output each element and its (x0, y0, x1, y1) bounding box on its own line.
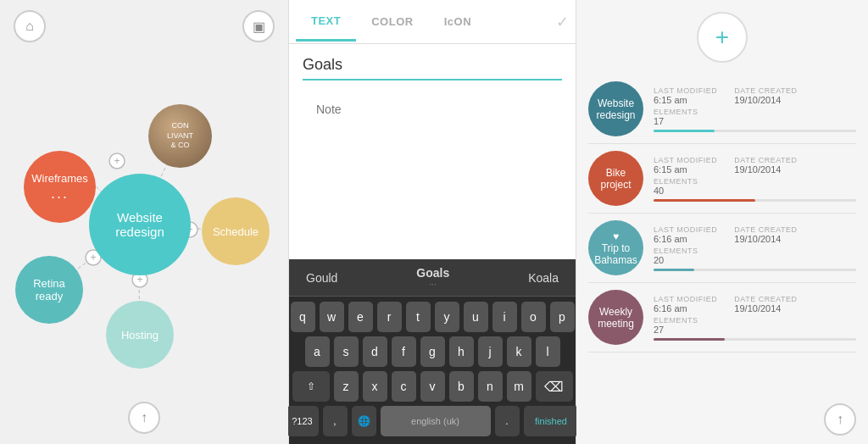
check-button[interactable]: ✓ (556, 13, 569, 31)
key-q[interactable]: q (291, 302, 315, 332)
tab-bar: TEXT COLOR IcON ✓ (289, 0, 576, 44)
key-b[interactable]: b (449, 371, 474, 402)
text-editor-panel: TEXT COLOR IcON ✓ Gould Goals ··· Koala … (288, 0, 576, 444)
date-created-label: DATE CREATED (734, 86, 797, 95)
note-textarea[interactable] (316, 92, 576, 211)
suggestion-koala[interactable]: Koala (528, 271, 559, 285)
key-globe[interactable]: 🌐 (352, 406, 376, 436)
key-c[interactable]: c (392, 371, 416, 402)
date-created-value: 19/10/2014 (734, 164, 797, 175)
last-modified-label: LAST MODIFIED (654, 295, 717, 303)
list-bubble-label: Bikeproject (600, 167, 631, 191)
list-bubble-trip: ♥ Trip toBahamas (588, 220, 643, 275)
svg-text:+: + (114, 155, 120, 167)
key-k[interactable]: k (507, 336, 531, 367)
elements-label: ELEMENTS (654, 177, 856, 186)
key-t[interactable]: t (406, 302, 431, 332)
date-created-group: DATE CREATED 19/10/2014 (734, 156, 797, 175)
key-v[interactable]: v (420, 371, 445, 402)
progress-fill (654, 199, 755, 202)
last-modified-group: LAST MODIFIED 6:16 am (654, 295, 717, 314)
svg-text:+: + (136, 274, 142, 286)
title-input[interactable] (303, 56, 562, 80)
elements-value: 17 (654, 116, 856, 126)
date-created-group: DATE CREATED 19/10/2014 (734, 225, 797, 244)
last-modified-value: 6:16 am (654, 303, 717, 314)
key-j[interactable]: j (478, 336, 503, 367)
key-delete[interactable]: ⌫ (536, 371, 573, 402)
key-h[interactable]: h (449, 336, 474, 367)
list-bubble-weekly: Weeklymeeting (588, 290, 643, 345)
progress-bar (654, 130, 856, 132)
list-panel: + Websiteredesign LAST MODIFIED 6:15 am … (576, 0, 868, 444)
suggestion-goals[interactable]: Goals (416, 266, 449, 280)
last-modified-group: LAST MODIFIED 6:15 am (654, 86, 717, 105)
upload-button[interactable]: ↑ (824, 403, 856, 436)
keyboard-rows: q w e r t y u i o p a s d f g h j k (289, 297, 576, 444)
list-item[interactable]: Weeklymeeting LAST MODIFIED 6:16 am DATE… (588, 283, 856, 352)
last-modified-group: LAST MODIFIED 6:16 am (654, 225, 717, 244)
key-n[interactable]: n (478, 371, 503, 402)
date-created-group: DATE CREATED 19/10/2014 (734, 295, 797, 314)
monitor-button[interactable]: ▣ (242, 10, 275, 42)
key-m[interactable]: m (507, 371, 531, 402)
note-area[interactable] (289, 92, 576, 259)
key-s[interactable]: s (334, 336, 359, 367)
mindmap-area: + + + + Websiteredesign Wireframes ... R… (0, 42, 288, 393)
bubble-wireframes[interactable]: Wireframes ... (24, 151, 96, 223)
key-i[interactable]: i (492, 302, 517, 332)
progress-bar (654, 269, 856, 271)
key-num[interactable]: ?123 (287, 406, 319, 436)
meta-row: LAST MODIFIED 6:15 am DATE CREATED 19/10… (654, 156, 856, 175)
upload-icon: ↑ (141, 410, 147, 425)
tab-text[interactable]: TEXT (296, 3, 356, 42)
bubble-con-livant[interactable]: CONLIVANT& CO (148, 104, 212, 168)
meta-row: LAST MODIFIED 6:16 am DATE CREATED 19/10… (654, 295, 856, 314)
key-x[interactable]: x (363, 371, 387, 402)
list-bubble-label: Trip toBahamas (594, 242, 637, 266)
bubble-schedule[interactable]: Schedule (202, 197, 270, 265)
key-w[interactable]: w (320, 302, 344, 332)
list-bubble-label: Weeklymeeting (598, 306, 634, 330)
elements-label: ELEMENTS (654, 108, 856, 116)
key-p[interactable]: p (550, 302, 575, 332)
key-f[interactable]: f (392, 336, 416, 367)
list-meta-bike: LAST MODIFIED 6:15 am DATE CREATED 19/10… (654, 156, 856, 202)
list-item[interactable]: Websiteredesign LAST MODIFIED 6:15 am DA… (588, 75, 856, 144)
list-bubble-website: Websiteredesign (588, 81, 643, 136)
bubble-hosting[interactable]: Hosting (106, 301, 174, 369)
meta-row: LAST MODIFIED 6:15 am DATE CREATED 19/10… (654, 86, 856, 105)
list-bubble-label: Websiteredesign (596, 97, 635, 121)
key-shift[interactable]: ⇧ (292, 371, 330, 402)
bubble-website-redesign[interactable]: Websiteredesign (89, 174, 191, 275)
bubble-retina-ready[interactable]: Retinaready (15, 256, 83, 324)
upload-button[interactable]: ↑ (128, 402, 160, 434)
key-finished[interactable]: Finished (524, 406, 579, 436)
tab-color[interactable]: COLOR (356, 3, 428, 40)
list-item[interactable]: Bikeproject LAST MODIFIED 6:15 am DATE C… (588, 144, 856, 214)
key-r[interactable]: r (377, 302, 402, 332)
key-z[interactable]: z (334, 371, 359, 402)
list-item[interactable]: ♥ Trip toBahamas LAST MODIFIED 6:16 am D… (588, 214, 856, 283)
tab-icon[interactable]: IcON (429, 3, 487, 40)
date-created-label: DATE CREATED (734, 295, 797, 303)
key-l[interactable]: l (536, 336, 560, 367)
home-button[interactable]: ⌂ (14, 10, 46, 42)
key-e[interactable]: e (348, 302, 373, 332)
last-modified-value: 6:15 am (654, 95, 717, 105)
key-y[interactable]: y (435, 302, 459, 332)
mindmap-panel: ⌂ ▣ + + + + Websiteredesign (0, 0, 288, 444)
bubble-label: Wireframes (31, 172, 87, 185)
key-space[interactable]: English (UK) (381, 406, 491, 436)
date-created-group: DATE CREATED 19/10/2014 (734, 86, 797, 105)
suggestion-gould[interactable]: Gould (306, 271, 337, 285)
key-o[interactable]: o (521, 302, 546, 332)
key-d[interactable]: d (363, 336, 387, 367)
add-button[interactable]: + (697, 12, 748, 63)
key-a[interactable]: a (305, 336, 330, 367)
key-g[interactable]: g (420, 336, 445, 367)
key-comma[interactable]: , (323, 406, 348, 436)
progress-bar (654, 199, 856, 202)
key-period[interactable]: . (495, 406, 520, 436)
key-u[interactable]: u (464, 302, 488, 332)
